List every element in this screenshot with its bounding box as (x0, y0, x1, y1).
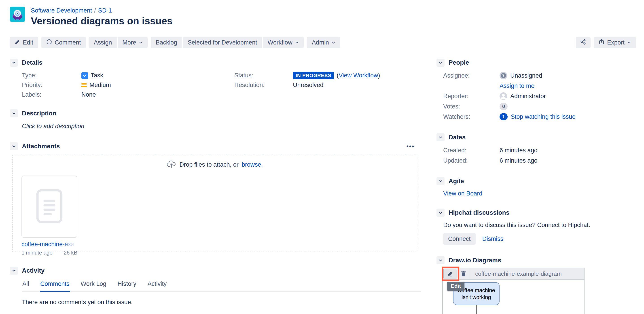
priority-row: Priority: Medium (22, 80, 222, 90)
jira-issue-page: Software Development/SD-1 Versioned diag… (0, 0, 644, 314)
people-heading: People (448, 59, 469, 66)
hipchat-heading: Hipchat discussions (448, 209, 510, 216)
tab-comments[interactable]: Comments (40, 280, 70, 291)
reporter-value: Administrator (510, 93, 546, 100)
chevron-down-icon (332, 39, 336, 46)
dates-section: Dates Created: 6 minutes ago Updated: 6 … (436, 133, 636, 166)
attachment-thumbnail[interactable] (22, 176, 77, 238)
attachments-options-icon[interactable]: ••• (406, 144, 414, 148)
updated-label: Updated: (443, 157, 500, 164)
tab-work-log[interactable]: Work Log (80, 280, 107, 291)
activity-collapse-chevron-icon[interactable] (10, 266, 18, 275)
drawio-edit-button[interactable] (444, 269, 457, 278)
assign-to-me-link[interactable]: Assign to me (500, 82, 534, 90)
attachment-size: 26 kB (64, 250, 77, 256)
admin-button[interactable]: Admin (307, 37, 340, 48)
status-badge: IN PROGRESS (293, 72, 334, 79)
drawio-diagram-panel: coffee-machine-example-diagram Coffee ma… (442, 268, 584, 314)
share-button[interactable] (576, 37, 590, 48)
trash-icon (460, 270, 467, 277)
toolbar-right: Export (576, 37, 636, 48)
description-heading: Description (22, 110, 56, 117)
attachment-file-name[interactable]: coffee-machine-example-d (22, 241, 77, 248)
votes-badge: 0 (500, 103, 508, 110)
people-section: People Assignee: ? Unassigned Assign to … (436, 58, 636, 122)
details-heading: Details (22, 59, 42, 66)
selected-for-development-button[interactable]: Selected for Development (183, 37, 262, 48)
agile-section: Agile View on Board (436, 177, 636, 197)
created-row: Created: 6 minutes ago (443, 145, 636, 155)
assign-button[interactable]: Assign (89, 37, 117, 48)
hipchat-text: Do you want to discuss this issue? Conne… (443, 222, 636, 228)
main-column: Details Type: Task Priority: (10, 58, 421, 314)
edit-tooltip: Edit (447, 282, 464, 291)
backlog-button[interactable]: Backlog (151, 37, 182, 48)
issue-header: Software Development/SD-1 Versioned diag… (0, 0, 644, 27)
reporter-row: Reporter: Administrator (443, 91, 636, 101)
view-on-board-link[interactable]: View on Board (443, 190, 482, 197)
header-text: Software Development/SD-1 Versioned diag… (31, 7, 172, 27)
browse-link[interactable]: browse. (242, 161, 263, 168)
people-collapse-chevron-icon[interactable] (436, 58, 444, 67)
view-workflow-link[interactable]: View Workflow (338, 72, 378, 79)
agile-collapse-chevron-icon[interactable] (436, 177, 444, 185)
workflow-button-label: Workflow (268, 39, 292, 46)
reporter-label: Reporter: (443, 93, 500, 100)
tab-all[interactable]: All (22, 280, 30, 291)
upload-cloud-icon (166, 160, 176, 170)
edit-button[interactable]: Edit (10, 37, 38, 48)
more-button[interactable]: More (118, 37, 148, 48)
sidebar: People Assignee: ? Unassigned Assign to … (436, 58, 636, 314)
admin-button-label: Admin (312, 39, 329, 46)
workflow-button[interactable]: Workflow (263, 37, 304, 48)
breadcrumb-project-link[interactable]: Software Development (31, 7, 92, 14)
details-left-fields: Type: Task Priority: Medium (22, 71, 222, 100)
drawio-collapse-chevron-icon[interactable] (436, 256, 444, 264)
attachments-collapse-chevron-icon[interactable] (10, 142, 18, 150)
stop-watching-link[interactable]: Stop watching this issue (511, 114, 576, 120)
hipchat-dismiss-link[interactable]: Dismiss (482, 236, 504, 242)
assign-to-me-row: Assign to me (443, 81, 636, 91)
attachments-section: Attachments ••• Drop files to attach, or… (10, 142, 421, 252)
tab-history[interactable]: History (117, 280, 137, 291)
watchers-badge[interactable]: 1 (500, 113, 508, 120)
export-button[interactable]: Export (594, 37, 636, 48)
comment-button[interactable]: Comment (41, 37, 86, 48)
chevron-down-icon (627, 39, 631, 46)
diagram-preview[interactable]: Coffee machine isn't working Edit (443, 280, 584, 314)
diagram-edge (476, 305, 476, 314)
workflow-group: Backlog Selected for Development Workflo… (151, 37, 304, 48)
breadcrumb-issue-key-link[interactable]: SD-1 (98, 7, 112, 14)
priority-value: Medium (90, 82, 111, 88)
project-avatar-icon[interactable] (10, 7, 25, 22)
type-value: Task (91, 72, 103, 79)
backlog-button-label: Backlog (156, 39, 177, 46)
activity-heading: Activity (22, 267, 44, 274)
attachments-dropzone[interactable]: Drop files to attach, or browse. coffee-… (12, 154, 417, 252)
no-comments-message: There are no comments yet on this issue. (22, 299, 421, 306)
chevron-down-icon (295, 39, 299, 46)
labels-row: Labels: None (22, 90, 222, 100)
chevron-down-icon (139, 39, 143, 46)
drawio-delete-button[interactable] (457, 269, 470, 279)
description-placeholder[interactable]: Click to add description (22, 123, 421, 130)
assignee-row: Assignee: ? Unassigned (443, 71, 636, 80)
breadcrumb-separator: / (92, 7, 98, 14)
updated-value: 6 minutes ago (500, 157, 538, 164)
hipchat-section: Hipchat discussions Do you want to discu… (436, 209, 636, 245)
activity-tabs: All Comments Work Log History Activity (22, 280, 421, 292)
details-collapse-chevron-icon[interactable] (10, 58, 18, 67)
tab-activity[interactable]: Activity (147, 280, 167, 291)
type-label: Type: (22, 72, 82, 79)
description-collapse-chevron-icon[interactable] (10, 109, 18, 118)
hipchat-connect-label: Connect (448, 236, 471, 242)
drop-files-text: Drop files to attach, or (180, 161, 238, 168)
dates-heading: Dates (448, 134, 466, 141)
hipchat-connect-button[interactable]: Connect (443, 233, 476, 245)
assign-button-label: Assign (94, 39, 112, 46)
description-section: Description Click to add description (10, 109, 421, 130)
hipchat-collapse-chevron-icon[interactable] (436, 209, 444, 217)
dates-collapse-chevron-icon[interactable] (436, 133, 444, 141)
created-label: Created: (443, 147, 500, 154)
issue-content: Details Type: Task Priority: (0, 48, 644, 314)
